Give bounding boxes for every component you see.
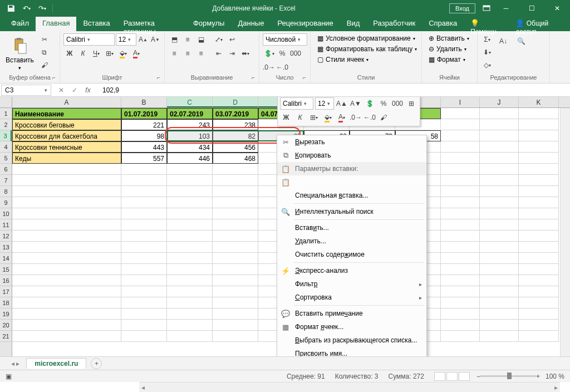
cell[interactable]: 98: [121, 130, 167, 141]
zoom-level[interactable]: 100 %: [546, 373, 564, 380]
tell-me[interactable]: 💡 Помощн: [464, 17, 509, 31]
cell[interactable]: [167, 286, 213, 297]
cell[interactable]: [519, 119, 559, 130]
cell[interactable]: [519, 231, 559, 242]
cell[interactable]: [213, 208, 258, 219]
mini-currency-icon[interactable]: 💲: [363, 97, 376, 110]
cell[interactable]: [519, 141, 559, 153]
col-header-B[interactable]: B: [121, 97, 167, 107]
row-header-11[interactable]: 11: [0, 219, 12, 231]
col-header-J[interactable]: J: [480, 97, 519, 107]
cell[interactable]: [441, 297, 480, 308]
cell[interactable]: [121, 208, 167, 219]
cell[interactable]: [167, 231, 213, 242]
find-icon[interactable]: 🔍: [513, 33, 529, 49]
align-middle-icon[interactable]: ≡: [181, 33, 194, 46]
cell[interactable]: 03.07.2019: [213, 108, 258, 119]
cell[interactable]: [12, 331, 121, 342]
cell[interactable]: [519, 208, 559, 219]
cell[interactable]: [213, 231, 258, 242]
ctx-dropdown-list[interactable]: Выбрать из раскрывающегося списка...: [277, 334, 426, 347]
cell[interactable]: 557: [121, 153, 167, 164]
cell[interactable]: [213, 219, 258, 231]
cell[interactable]: Наименование: [12, 108, 121, 119]
row-header-1[interactable]: 1: [0, 108, 12, 119]
cell[interactable]: [480, 331, 519, 342]
cell[interactable]: [12, 219, 121, 231]
ctx-sort[interactable]: Сортировка▸: [277, 291, 426, 304]
cell[interactable]: [519, 297, 559, 308]
cell[interactable]: [519, 153, 559, 164]
cell[interactable]: [441, 286, 480, 297]
cell[interactable]: [480, 119, 519, 130]
cell[interactable]: [167, 275, 213, 286]
cell[interactable]: 02.07.2019: [167, 108, 213, 119]
merge-icon[interactable]: ⬌▾: [239, 47, 252, 60]
cell[interactable]: [519, 164, 559, 175]
horizontal-scrollbar[interactable]: ◂▸: [139, 382, 560, 392]
cell[interactable]: [441, 119, 480, 130]
paste-button[interactable]: Вставить ▾: [3, 33, 36, 74]
cell[interactable]: [213, 286, 258, 297]
cell[interactable]: [480, 320, 519, 331]
ctx-paste-special[interactable]: Специальная вставка...: [277, 189, 426, 202]
cell[interactable]: [441, 320, 480, 331]
ribbon-options-icon[interactable]: [480, 2, 493, 15]
insert-cells-button[interactable]: ⊕Вставить▾: [425, 33, 474, 43]
cell[interactable]: [441, 264, 480, 275]
sheet-tab-active[interactable]: microexcel.ru: [26, 358, 86, 369]
cell[interactable]: [121, 164, 167, 175]
cell[interactable]: [480, 108, 519, 119]
cell[interactable]: [441, 253, 480, 264]
clear-icon[interactable]: ◇▾: [481, 59, 493, 71]
cell[interactable]: [519, 331, 559, 342]
cell[interactable]: 103: [167, 130, 213, 141]
page-break-icon[interactable]: [459, 372, 470, 381]
cell[interactable]: [213, 242, 258, 253]
cell[interactable]: [441, 219, 480, 231]
zoom-out-button[interactable]: −: [476, 373, 480, 380]
font-size-combo[interactable]: 12▾: [116, 33, 136, 46]
cell[interactable]: [167, 331, 213, 342]
col-header-K[interactable]: K: [519, 97, 559, 107]
cell[interactable]: [213, 264, 258, 275]
clipboard-launcher[interactable]: ⌐: [50, 74, 58, 81]
mini-size-combo[interactable]: 12▾: [315, 97, 334, 110]
ctx-format-cells[interactable]: ▦Формат ячеек...: [277, 320, 426, 334]
spreadsheet-grid[interactable]: ABCDEFGHIJK 1234567891011121314151617181…: [0, 97, 570, 356]
align-top-icon[interactable]: ⬒: [168, 33, 180, 46]
cell-styles-button[interactable]: ▢Стили ячеек▾: [314, 55, 418, 65]
login-button[interactable]: Вход: [449, 3, 475, 13]
select-all-corner[interactable]: [0, 97, 12, 107]
cell[interactable]: [213, 186, 258, 197]
cell[interactable]: 468: [213, 153, 258, 164]
normal-view-icon[interactable]: [434, 372, 445, 381]
indent-dec-icon[interactable]: ⇤: [213, 47, 225, 60]
cell[interactable]: [519, 253, 559, 264]
ctx-paste-default[interactable]: 📋: [277, 175, 426, 189]
cell[interactable]: Кроссовки теннисные: [12, 141, 121, 153]
cell[interactable]: [121, 219, 167, 231]
cell[interactable]: [519, 320, 559, 331]
row-header-4[interactable]: 4: [0, 141, 12, 153]
view-buttons[interactable]: [434, 372, 470, 381]
mini-fill-icon[interactable]: ⬙▾: [322, 111, 334, 124]
cell[interactable]: [167, 242, 213, 253]
cell[interactable]: [441, 231, 480, 242]
cell[interactable]: [441, 308, 480, 320]
cell[interactable]: Кроссовки беговые: [12, 119, 121, 130]
cell[interactable]: [519, 275, 559, 286]
cell[interactable]: [12, 286, 121, 297]
align-center-icon[interactable]: ≡: [181, 47, 194, 60]
format-painter-icon[interactable]: 🖌: [38, 59, 51, 71]
fx-icon[interactable]: fx: [82, 86, 94, 94]
cell[interactable]: [167, 186, 213, 197]
cell[interactable]: [519, 242, 559, 253]
row-header-16[interactable]: 16: [0, 275, 12, 286]
align-bottom-icon[interactable]: ⬓: [195, 33, 207, 46]
tab-view[interactable]: Вид: [340, 17, 367, 31]
cell[interactable]: [480, 197, 519, 208]
row-header-17[interactable]: 17: [0, 286, 12, 297]
cell[interactable]: 443: [121, 141, 167, 153]
currency-icon[interactable]: 💲▾: [263, 47, 275, 60]
